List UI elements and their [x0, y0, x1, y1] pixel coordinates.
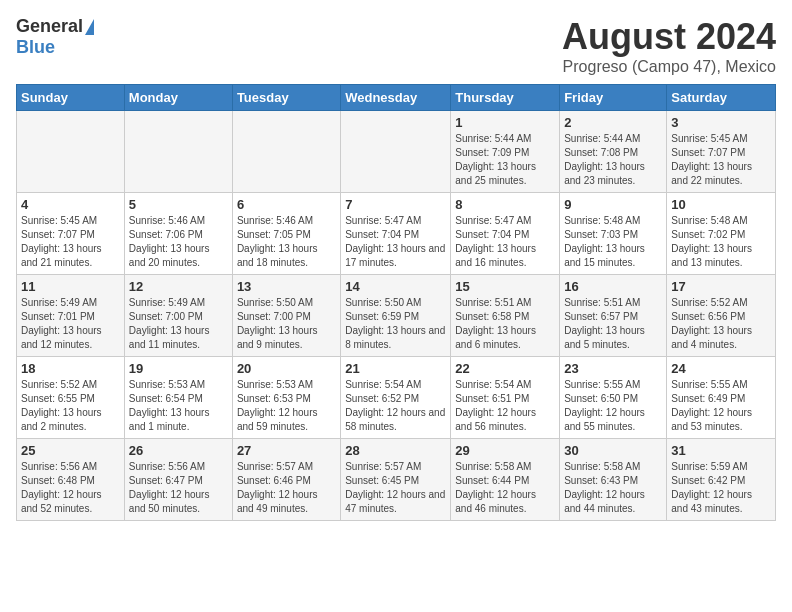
day-number: 3 — [671, 115, 771, 130]
day-detail: Sunrise: 5:52 AMSunset: 6:55 PMDaylight:… — [21, 378, 120, 434]
day-cell-7: 7Sunrise: 5:47 AMSunset: 7:04 PMDaylight… — [341, 193, 451, 275]
page-subtitle: Progreso (Campo 47), Mexico — [562, 58, 776, 76]
day-cell-empty — [17, 111, 125, 193]
day-cell-17: 17Sunrise: 5:52 AMSunset: 6:56 PMDayligh… — [667, 275, 776, 357]
logo-blue: Blue — [16, 37, 55, 58]
day-cell-21: 21Sunrise: 5:54 AMSunset: 6:52 PMDayligh… — [341, 357, 451, 439]
day-cell-24: 24Sunrise: 5:55 AMSunset: 6:49 PMDayligh… — [667, 357, 776, 439]
day-number: 14 — [345, 279, 446, 294]
day-cell-16: 16Sunrise: 5:51 AMSunset: 6:57 PMDayligh… — [560, 275, 667, 357]
day-cell-4: 4Sunrise: 5:45 AMSunset: 7:07 PMDaylight… — [17, 193, 125, 275]
day-detail: Sunrise: 5:50 AMSunset: 6:59 PMDaylight:… — [345, 296, 446, 352]
header-friday: Friday — [560, 85, 667, 111]
day-detail: Sunrise: 5:48 AMSunset: 7:02 PMDaylight:… — [671, 214, 771, 270]
day-cell-26: 26Sunrise: 5:56 AMSunset: 6:47 PMDayligh… — [124, 439, 232, 521]
day-number: 21 — [345, 361, 446, 376]
day-number: 26 — [129, 443, 228, 458]
day-cell-3: 3Sunrise: 5:45 AMSunset: 7:07 PMDaylight… — [667, 111, 776, 193]
day-detail: Sunrise: 5:47 AMSunset: 7:04 PMDaylight:… — [455, 214, 555, 270]
day-cell-14: 14Sunrise: 5:50 AMSunset: 6:59 PMDayligh… — [341, 275, 451, 357]
day-cell-11: 11Sunrise: 5:49 AMSunset: 7:01 PMDayligh… — [17, 275, 125, 357]
day-cell-28: 28Sunrise: 5:57 AMSunset: 6:45 PMDayligh… — [341, 439, 451, 521]
day-detail: Sunrise: 5:56 AMSunset: 6:48 PMDaylight:… — [21, 460, 120, 516]
day-detail: Sunrise: 5:52 AMSunset: 6:56 PMDaylight:… — [671, 296, 771, 352]
calendar-table: SundayMondayTuesdayWednesdayThursdayFrid… — [16, 84, 776, 521]
day-number: 18 — [21, 361, 120, 376]
week-row-4: 18Sunrise: 5:52 AMSunset: 6:55 PMDayligh… — [17, 357, 776, 439]
day-number: 11 — [21, 279, 120, 294]
day-cell-15: 15Sunrise: 5:51 AMSunset: 6:58 PMDayligh… — [451, 275, 560, 357]
day-detail: Sunrise: 5:44 AMSunset: 7:09 PMDaylight:… — [455, 132, 555, 188]
day-number: 4 — [21, 197, 120, 212]
week-row-3: 11Sunrise: 5:49 AMSunset: 7:01 PMDayligh… — [17, 275, 776, 357]
day-number: 24 — [671, 361, 771, 376]
day-number: 16 — [564, 279, 662, 294]
day-cell-20: 20Sunrise: 5:53 AMSunset: 6:53 PMDayligh… — [232, 357, 340, 439]
title-area: August 2024 Progreso (Campo 47), Mexico — [562, 16, 776, 76]
day-detail: Sunrise: 5:51 AMSunset: 6:58 PMDaylight:… — [455, 296, 555, 352]
logo: General Blue — [16, 16, 94, 58]
day-number: 30 — [564, 443, 662, 458]
header-monday: Monday — [124, 85, 232, 111]
day-number: 20 — [237, 361, 336, 376]
day-number: 13 — [237, 279, 336, 294]
day-detail: Sunrise: 5:49 AMSunset: 7:00 PMDaylight:… — [129, 296, 228, 352]
header-thursday: Thursday — [451, 85, 560, 111]
day-number: 27 — [237, 443, 336, 458]
day-number: 5 — [129, 197, 228, 212]
day-number: 17 — [671, 279, 771, 294]
day-number: 19 — [129, 361, 228, 376]
day-detail: Sunrise: 5:45 AMSunset: 7:07 PMDaylight:… — [21, 214, 120, 270]
day-detail: Sunrise: 5:53 AMSunset: 6:54 PMDaylight:… — [129, 378, 228, 434]
day-number: 7 — [345, 197, 446, 212]
day-detail: Sunrise: 5:49 AMSunset: 7:01 PMDaylight:… — [21, 296, 120, 352]
day-detail: Sunrise: 5:47 AMSunset: 7:04 PMDaylight:… — [345, 214, 446, 270]
day-detail: Sunrise: 5:56 AMSunset: 6:47 PMDaylight:… — [129, 460, 228, 516]
day-detail: Sunrise: 5:57 AMSunset: 6:46 PMDaylight:… — [237, 460, 336, 516]
day-detail: Sunrise: 5:51 AMSunset: 6:57 PMDaylight:… — [564, 296, 662, 352]
day-detail: Sunrise: 5:46 AMSunset: 7:06 PMDaylight:… — [129, 214, 228, 270]
day-cell-empty — [341, 111, 451, 193]
week-row-1: 1Sunrise: 5:44 AMSunset: 7:09 PMDaylight… — [17, 111, 776, 193]
day-detail: Sunrise: 5:44 AMSunset: 7:08 PMDaylight:… — [564, 132, 662, 188]
day-detail: Sunrise: 5:45 AMSunset: 7:07 PMDaylight:… — [671, 132, 771, 188]
day-number: 29 — [455, 443, 555, 458]
day-detail: Sunrise: 5:54 AMSunset: 6:52 PMDaylight:… — [345, 378, 446, 434]
day-detail: Sunrise: 5:57 AMSunset: 6:45 PMDaylight:… — [345, 460, 446, 516]
day-cell-31: 31Sunrise: 5:59 AMSunset: 6:42 PMDayligh… — [667, 439, 776, 521]
header-saturday: Saturday — [667, 85, 776, 111]
day-cell-13: 13Sunrise: 5:50 AMSunset: 7:00 PMDayligh… — [232, 275, 340, 357]
day-cell-25: 25Sunrise: 5:56 AMSunset: 6:48 PMDayligh… — [17, 439, 125, 521]
week-row-5: 25Sunrise: 5:56 AMSunset: 6:48 PMDayligh… — [17, 439, 776, 521]
day-cell-18: 18Sunrise: 5:52 AMSunset: 6:55 PMDayligh… — [17, 357, 125, 439]
day-number: 8 — [455, 197, 555, 212]
header: General Blue August 2024 Progreso (Campo… — [16, 16, 776, 76]
day-number: 1 — [455, 115, 555, 130]
day-cell-9: 9Sunrise: 5:48 AMSunset: 7:03 PMDaylight… — [560, 193, 667, 275]
day-detail: Sunrise: 5:58 AMSunset: 6:44 PMDaylight:… — [455, 460, 555, 516]
day-cell-2: 2Sunrise: 5:44 AMSunset: 7:08 PMDaylight… — [560, 111, 667, 193]
day-cell-1: 1Sunrise: 5:44 AMSunset: 7:09 PMDaylight… — [451, 111, 560, 193]
header-sunday: Sunday — [17, 85, 125, 111]
day-cell-23: 23Sunrise: 5:55 AMSunset: 6:50 PMDayligh… — [560, 357, 667, 439]
week-row-2: 4Sunrise: 5:45 AMSunset: 7:07 PMDaylight… — [17, 193, 776, 275]
day-number: 15 — [455, 279, 555, 294]
day-cell-22: 22Sunrise: 5:54 AMSunset: 6:51 PMDayligh… — [451, 357, 560, 439]
day-detail: Sunrise: 5:55 AMSunset: 6:49 PMDaylight:… — [671, 378, 771, 434]
day-cell-29: 29Sunrise: 5:58 AMSunset: 6:44 PMDayligh… — [451, 439, 560, 521]
day-number: 9 — [564, 197, 662, 212]
day-detail: Sunrise: 5:55 AMSunset: 6:50 PMDaylight:… — [564, 378, 662, 434]
header-row: SundayMondayTuesdayWednesdayThursdayFrid… — [17, 85, 776, 111]
day-cell-10: 10Sunrise: 5:48 AMSunset: 7:02 PMDayligh… — [667, 193, 776, 275]
logo-general: General — [16, 16, 83, 37]
day-number: 12 — [129, 279, 228, 294]
day-detail: Sunrise: 5:46 AMSunset: 7:05 PMDaylight:… — [237, 214, 336, 270]
header-wednesday: Wednesday — [341, 85, 451, 111]
day-cell-12: 12Sunrise: 5:49 AMSunset: 7:00 PMDayligh… — [124, 275, 232, 357]
day-detail: Sunrise: 5:50 AMSunset: 7:00 PMDaylight:… — [237, 296, 336, 352]
day-detail: Sunrise: 5:48 AMSunset: 7:03 PMDaylight:… — [564, 214, 662, 270]
day-cell-6: 6Sunrise: 5:46 AMSunset: 7:05 PMDaylight… — [232, 193, 340, 275]
day-detail: Sunrise: 5:58 AMSunset: 6:43 PMDaylight:… — [564, 460, 662, 516]
day-number: 10 — [671, 197, 771, 212]
day-cell-5: 5Sunrise: 5:46 AMSunset: 7:06 PMDaylight… — [124, 193, 232, 275]
